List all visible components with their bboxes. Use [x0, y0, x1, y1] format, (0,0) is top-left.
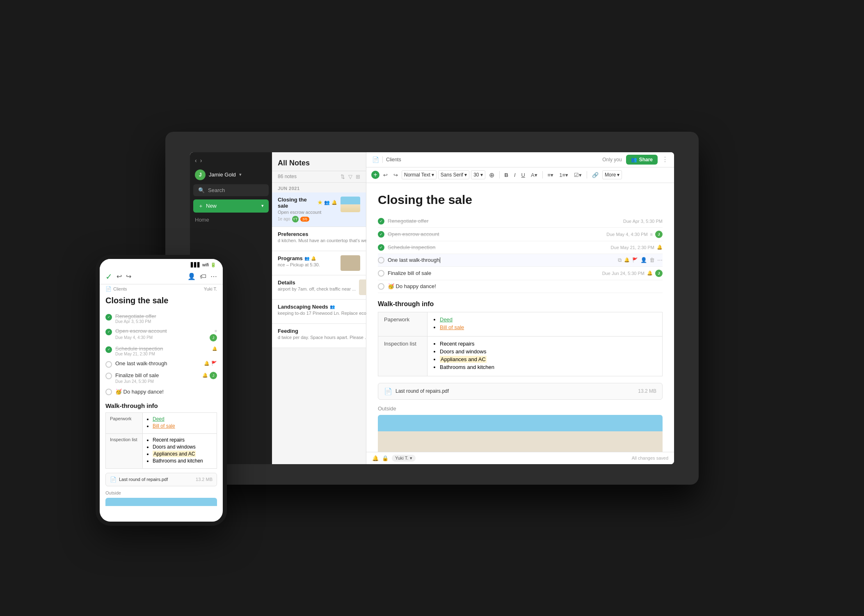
font-dropdown[interactable]: Sans Serif ▾ — [438, 170, 469, 179]
filter-icon[interactable]: ⇅ — [341, 174, 345, 180]
underline-button[interactable]: U — [519, 171, 527, 179]
note-item-programs[interactable]: Programs 👥 🔔 nce – Pickup at 5:30. — [272, 251, 366, 275]
bullet-list-button[interactable]: ≡▾ — [546, 171, 556, 179]
bell-icon[interactable]: 🔔 — [624, 257, 630, 263]
task-due: Due May 4, 4:30 PM — [606, 232, 647, 237]
task-due-row: Due May 4, 4:30 PM J — [115, 334, 217, 341]
task-checkbox-open[interactable] — [378, 283, 384, 290]
add-button[interactable]: + — [371, 171, 379, 179]
check-icon[interactable]: ✓ — [105, 272, 112, 282]
task-checkbox[interactable] — [105, 346, 112, 353]
dropdown-arrow: ▾ — [432, 172, 434, 178]
task-checkbox-open[interactable] — [378, 270, 384, 277]
new-button[interactable]: ＋ New ▾ — [193, 199, 269, 213]
bold-button[interactable]: B — [503, 171, 510, 179]
search-icon: 🔍 — [198, 187, 205, 193]
undo-button[interactable]: ↩ — [381, 171, 390, 179]
flag-icon[interactable]: 🚩 — [632, 257, 638, 263]
task-avatar: J — [655, 231, 663, 238]
task-checkbox-done[interactable] — [378, 218, 384, 224]
task-checkbox[interactable] — [105, 373, 112, 379]
phone-task-escrow: Open escrow account ≡ Due May 4, 4:30 PM… — [105, 326, 217, 343]
user-dropdown-icon[interactable]: ▾ — [239, 172, 242, 177]
font-size-dropdown[interactable]: 30 ▾ — [471, 170, 485, 179]
task-checkbox[interactable] — [105, 314, 112, 321]
checklist-button[interactable]: ☑▾ — [572, 171, 584, 179]
redo-button[interactable]: ↪ — [391, 171, 400, 179]
task-checkbox-open[interactable] — [378, 257, 384, 263]
undo-icon[interactable]: ↩ — [117, 273, 122, 280]
task-row: One last walk-through 🔔 🚩 — [115, 360, 217, 366]
more-icon[interactable]: ⋯ — [657, 257, 663, 263]
attachment-size: 13.2 MB — [196, 477, 213, 482]
bell-icon[interactable]: 🔔 — [204, 361, 210, 366]
note-item-closing-sale[interactable]: Closing the sale ★ 👥 🔔 Open escrow accou… — [272, 192, 366, 227]
task-right: Due Jun 24, 5:30 PM 🔔 J — [602, 270, 663, 277]
text-style-dropdown[interactable]: Normal Text ▾ — [402, 170, 437, 179]
new-dropdown-icon[interactable]: ▾ — [261, 203, 264, 208]
deed-link[interactable]: Deed — [440, 316, 453, 323]
user-profile[interactable]: J Jamie Gold ▾ — [190, 167, 272, 183]
attachment-size: 13.2 MB — [638, 388, 656, 394]
phone-attachment[interactable]: 📄 Last round of repairs.pdf 13.2 MB — [105, 473, 217, 486]
task-checkbox[interactable] — [105, 361, 112, 368]
text-color-button[interactable]: A▾ — [529, 171, 539, 179]
more-icon[interactable]: ⋮ — [662, 156, 668, 163]
all-notes-title: All Notes — [278, 159, 310, 167]
task-row: Schedule inspection 🔔 — [115, 346, 217, 352]
link-button[interactable]: 🔗 — [590, 171, 601, 179]
more-icon[interactable]: ⋯ — [210, 273, 217, 280]
nav-forward-icon[interactable]: › — [200, 157, 202, 164]
note-item-details[interactable]: Details airport by 7am. off, check traff… — [272, 275, 366, 300]
note-item-preferences[interactable]: Preferences d kitchen. Must have an coun… — [272, 227, 366, 251]
search-button[interactable]: 🔍 Search — [193, 184, 269, 196]
deed-link[interactable]: Deed — [153, 416, 165, 422]
share-button[interactable]: 👥 Share — [626, 155, 658, 165]
note-item-feeding[interactable]: Feeding d twice per day. Space hours apa… — [272, 324, 366, 348]
grid-icon[interactable]: ⊞ — [356, 174, 360, 180]
attachment-bar[interactable]: 📄 Last round of repairs.pdf 13.2 MB — [378, 383, 663, 400]
cursor — [440, 257, 440, 263]
bell-icon[interactable]: 🔔 — [372, 455, 379, 461]
task-content: 🥳 Do happy dance! — [115, 388, 217, 395]
phone-task-bill-of-sale: Finalize bill of sale 🔔 J Due Jun 24, 5:… — [105, 370, 217, 386]
numbered-list-button[interactable]: 1≡▾ — [557, 171, 570, 179]
phone-task-inspection: Schedule inspection 🔔 Due May 21, 2:30 P… — [105, 343, 217, 358]
note-item-content: Feeding d twice per day. Space hours apa… — [278, 328, 368, 340]
tag-icon[interactable]: 🏷 — [200, 273, 206, 280]
task-checkbox-done[interactable] — [378, 244, 384, 251]
more-dropdown[interactable]: More ▾ — [602, 170, 622, 179]
note-item-landscaping[interactable]: Landscaping Needs 👥 keeping to-do 17 Pin… — [272, 300, 366, 324]
italic-button[interactable]: I — [512, 171, 518, 179]
task-checkbox[interactable] — [105, 389, 112, 395]
bill-of-sale-link[interactable]: Bill of sale — [153, 423, 175, 429]
funnel-icon[interactable]: ▽ — [348, 174, 352, 180]
user-tag[interactable]: Yuki T. ▾ — [392, 455, 416, 462]
trash-icon[interactable]: 🗑 — [649, 257, 655, 263]
alert-icon: 🔔 — [331, 200, 337, 205]
task-checkbox[interactable] — [105, 329, 112, 335]
note-preview: d twice per day. Space hours apart. Plea… — [278, 335, 368, 340]
person-icon[interactable]: 👤 — [640, 257, 647, 263]
task-due: Due Apr 3, 5:30 PM — [115, 319, 217, 324]
add-circle-button[interactable]: ⊕ — [487, 170, 496, 180]
note-thumbnail — [341, 197, 360, 212]
person-icon[interactable]: 👤 — [187, 273, 196, 280]
flag-icon[interactable]: 🚩 — [211, 361, 217, 366]
phone-meta: 📄 Clients Yuki T. — [100, 284, 223, 293]
nav-back-icon[interactable]: ‹ — [195, 157, 197, 164]
lock-icon[interactable]: 🔒 — [382, 455, 389, 461]
topbar-divider — [382, 156, 383, 163]
note-preview: airport by 7am. off, check traffic near … — [278, 286, 356, 291]
bill-of-sale-link[interactable]: Bill of sale — [440, 324, 464, 330]
note-avatar: YT — [292, 216, 299, 222]
redo-icon[interactable]: ↪ — [126, 273, 131, 280]
table-cell-label: Inspection list — [378, 336, 427, 376]
sidebar-item-home[interactable]: Home — [190, 214, 272, 225]
copy-icon[interactable]: ⧉ — [618, 257, 622, 263]
note-group-label: JUN 2021 — [272, 183, 366, 192]
task-text: Finalize bill of sale — [115, 372, 159, 378]
task-bill-of-sale: Finalize bill of sale Due Jun 24, 5:30 P… — [378, 267, 663, 280]
task-checkbox-done[interactable] — [378, 231, 384, 238]
bell-icon: 🔔 — [202, 373, 208, 378]
